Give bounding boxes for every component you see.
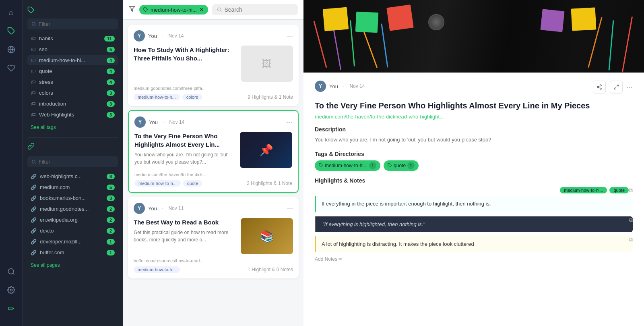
thumb-image-2: 📌 <box>240 132 292 168</box>
article-card-3[interactable]: Y You · Nov 11 ··· The Best Way to Read … <box>128 197 299 278</box>
close-tag-filter-button[interactable]: ✕ <box>199 6 204 13</box>
link-icon: 🔗 <box>31 206 37 212</box>
link-icon: 🔗 <box>31 195 37 201</box>
tag-pill[interactable]: quote <box>183 180 202 187</box>
article-card-2[interactable]: Y You · Nov 14 ··· To the Very Fine Pers… <box>128 110 299 193</box>
svg-point-5 <box>10 289 12 291</box>
tags-filter[interactable] <box>27 19 118 29</box>
svg-point-7 <box>32 22 35 25</box>
add-notes-button[interactable]: Add Notes ✏ <box>315 256 633 262</box>
svg-line-4 <box>12 273 14 275</box>
sidebar-item-quote[interactable]: 🏷 quote 4 <box>27 66 118 76</box>
card-title-1: How To Study With A Highlighter: Three P… <box>134 46 237 62</box>
more-options-button-2[interactable]: ··· <box>286 118 292 127</box>
tags-list: 🏷 habits 11 🏷 seo 5 🏷 medium-how-to-hi..… <box>27 33 118 120</box>
active-tag-badge[interactable]: medium-how-to-hi... ✕ <box>139 5 208 15</box>
expand-button[interactable] <box>610 81 623 93</box>
sidebar-item-colors[interactable]: 🏷 colors 3 <box>27 88 118 98</box>
copy-button-3[interactable]: ⧉ <box>629 236 633 243</box>
tag-small-icon: 🏷 <box>31 35 36 42</box>
detail-more-button[interactable]: ··· <box>627 83 633 91</box>
page-item-buffer[interactable]: 🔗 buffer.com 1 <box>27 247 118 257</box>
card-user-2: Y You · Nov 14 <box>134 116 184 128</box>
pages-filter[interactable] <box>27 156 118 167</box>
svg-point-3 <box>8 269 13 274</box>
page-item-developer-mozilla[interactable]: 🔗 developer.mozill... 1 <box>27 237 118 247</box>
detail-tag-quote[interactable]: quote 1 <box>384 160 419 171</box>
sidebar-item-medium-how-to[interactable]: 🏷 medium-how-to-hi... 4 <box>27 55 118 65</box>
page-item-medium[interactable]: 🔗 medium.com 5 <box>27 182 118 192</box>
card-stats-1: 9 Highlights & 1 Note <box>248 94 293 100</box>
tag-pill[interactable]: medium-how-to-h... <box>134 180 181 187</box>
page-item-devto[interactable]: 🔗 dev.to 2 <box>27 226 118 236</box>
hero-bg <box>303 0 644 73</box>
sidebar-item-seo[interactable]: 🏷 seo 5 <box>27 44 118 54</box>
highlights-section: ⧉ medium-how-to-hi... quote If everythin… <box>315 187 633 262</box>
share-button[interactable] <box>593 81 606 93</box>
tags-filter-input[interactable] <box>39 21 114 27</box>
settings-nav-icon[interactable] <box>4 282 19 298</box>
card-title-3: The Best Way to Read a Book <box>134 218 237 226</box>
more-options-button-1[interactable]: ··· <box>287 32 293 40</box>
page-item-books-marius[interactable]: 🔗 books.marius-bon... 3 <box>27 193 118 203</box>
page-item-wikipedia[interactable]: 🔗 en.wikipedia.org 2 <box>27 215 118 225</box>
tag-pill[interactable]: medium-how-to-h... <box>134 266 180 273</box>
card-snippet-2: You know who you are. I'm not going to '… <box>134 151 236 166</box>
link-icon: 🔗 <box>31 250 37 255</box>
tag-pill[interactable]: colors <box>182 94 202 100</box>
svg-line-18 <box>599 86 600 87</box>
more-options-button-3[interactable]: ··· <box>287 204 293 213</box>
search-nav-icon[interactable] <box>4 264 19 279</box>
page-item-web-highlights[interactable]: 🔗 web-highlights.c... 8 <box>27 171 118 181</box>
pages-filter-input[interactable] <box>39 159 114 165</box>
tag-pill[interactable]: medium-how-to-h... <box>134 94 180 100</box>
card-tags-3: medium-how-to-h... <box>134 266 180 273</box>
card-stats-3: 1 Highlight & 0 Notes <box>248 267 293 272</box>
card-tags-1: medium-how-to-h... colors <box>134 94 202 100</box>
highlight-tag-pill[interactable]: medium-how-to-hi... <box>560 187 607 193</box>
copy-button-2[interactable]: ⧉ <box>629 216 633 223</box>
highlight-tag-pill[interactable]: quote <box>609 187 629 193</box>
icon-bar-bottom: ✏ <box>4 264 19 321</box>
detail-date: Nov 14 <box>349 83 365 89</box>
sidebar-item-introduction[interactable]: 🏷 introduction 3 <box>27 99 118 109</box>
svg-line-19 <box>617 85 618 87</box>
svg-point-16 <box>600 88 602 89</box>
sidebar-item-web-highlights[interactable]: 🏷 Web Highlights 3 <box>27 110 118 120</box>
globe-icon[interactable] <box>4 42 19 57</box>
svg-line-8 <box>35 25 35 26</box>
see-all-tags[interactable]: See all tags <box>27 122 118 133</box>
svg-line-20 <box>614 87 616 89</box>
highlighter-nav-icon[interactable]: ✏ <box>4 301 19 316</box>
highlights-label: Highlights & Notes <box>315 177 633 184</box>
avatar-2: Y <box>134 116 146 128</box>
sidebar-item-habits[interactable]: 🏷 habits 11 <box>27 33 118 44</box>
card-url-1: medium.goodnotes.com/three-pitfa... <box>134 86 293 91</box>
highlight-container-3: ⧉ A lot of highlighting is distracting. … <box>315 236 633 262</box>
heart-icon[interactable] <box>4 60 19 76</box>
detail-avatar: Y <box>315 81 326 92</box>
search-input[interactable] <box>225 6 293 13</box>
card-tags-2: medium-how-to-h... quote <box>134 180 202 187</box>
page-item-medium-goodnotes[interactable]: 🔗 medium.goodnotes... 2 <box>27 204 118 214</box>
description-label: Description <box>315 126 633 133</box>
home-icon[interactable]: ⌂ <box>4 5 19 20</box>
sidebar-item-stress[interactable]: 🏷 stress 4 <box>27 77 118 87</box>
tag-nav-icon[interactable] <box>4 23 19 39</box>
detail-content: Y You · Nov 14 ··· <box>303 73 644 326</box>
detail-tag-medium-count: 1 <box>369 162 376 169</box>
card-text-3: The Best Way to Read a Book Get this pra… <box>134 218 237 254</box>
svg-line-10 <box>35 163 35 164</box>
svg-line-13 <box>221 10 221 11</box>
search-box[interactable] <box>212 4 298 15</box>
svg-marker-11 <box>129 6 134 11</box>
svg-point-15 <box>597 86 599 88</box>
filter-icon <box>129 6 135 14</box>
see-all-pages[interactable]: See all pages <box>27 260 118 270</box>
svg-line-17 <box>599 87 600 88</box>
detail-tag-medium-label: medium-how-to-hi... <box>325 163 367 168</box>
article-card-1[interactable]: Y You · Nov 14 ··· How To Study With A H… <box>128 25 299 106</box>
detail-url[interactable]: medium.com/the-haven/to-the-dickhead-who… <box>315 114 633 120</box>
copy-button-1[interactable]: ⧉ <box>629 187 633 194</box>
detail-tag-medium[interactable]: medium-how-to-hi... 1 <box>315 160 380 171</box>
